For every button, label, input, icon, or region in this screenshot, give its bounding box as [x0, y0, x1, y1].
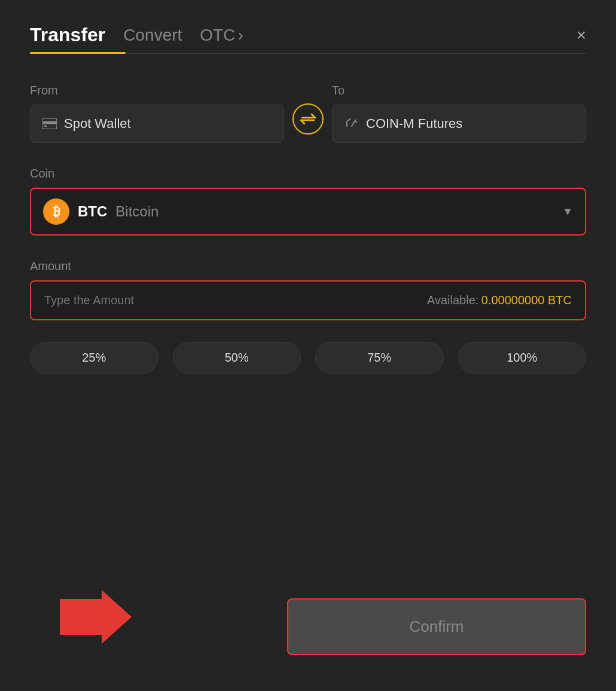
from-to-section: From Spot Wallet [30, 84, 586, 143]
from-wallet-name: Spot Wallet [64, 116, 131, 132]
to-block: To COIN-M Futures [332, 84, 586, 143]
bottom-section: Confirm [30, 586, 586, 655]
svg-marker-3 [60, 590, 132, 644]
to-label: To [332, 84, 586, 97]
amount-input[interactable] [44, 293, 164, 307]
svg-rect-1 [42, 121, 57, 124]
active-tab-indicator [30, 52, 126, 54]
percent-50-button[interactable]: 50% [173, 342, 301, 374]
amount-box[interactable]: Available: 0.00000000 BTC [30, 280, 586, 320]
coin-dropdown[interactable]: ₿ BTC Bitcoin ▼ [30, 188, 586, 236]
percent-75-button[interactable]: 75% [315, 342, 444, 374]
available-label: Available: [427, 293, 478, 307]
header-tabs: Transfer Convert OTC › × [30, 24, 586, 53]
coin-name: Bitcoin [115, 203, 158, 220]
amount-section: Amount Available: 0.00000000 BTC [30, 259, 586, 320]
coin-symbol: BTC [78, 203, 107, 220]
to-wallet-name: COIN-M Futures [366, 116, 462, 132]
svg-rect-2 [44, 126, 47, 127]
dropdown-arrow-icon: ▼ [562, 206, 573, 218]
coin-section: Coin ₿ BTC Bitcoin ▼ [30, 167, 586, 236]
coin-label: Coin [30, 167, 54, 180]
from-block: From Spot Wallet [30, 84, 284, 143]
percent-row: 25% 50% 75% 100% [30, 342, 586, 374]
futures-icon [344, 118, 359, 129]
to-wallet-selector[interactable]: COIN-M Futures [332, 105, 586, 143]
btc-icon: ₿ [43, 198, 69, 225]
tab-transfer[interactable]: Transfer [30, 24, 105, 53]
swap-button-wrap [284, 103, 332, 143]
from-label: From [30, 84, 284, 97]
from-wallet-selector[interactable]: Spot Wallet [30, 105, 284, 143]
percent-25-button[interactable]: 25% [30, 342, 158, 374]
close-button[interactable]: × [577, 27, 586, 51]
available-display: Available: 0.00000000 BTC [427, 293, 572, 307]
tab-divider [30, 53, 586, 54]
amount-label: Amount [30, 259, 71, 273]
tab-otc[interactable]: OTC › [200, 26, 243, 52]
tab-convert[interactable]: Convert [123, 26, 182, 52]
confirm-button[interactable]: Confirm [287, 598, 586, 655]
card-icon [42, 118, 57, 129]
percent-100-button[interactable]: 100% [458, 342, 587, 374]
transfer-modal: Transfer Convert OTC › × From Spot Walle [0, 0, 616, 691]
arrow-indicator [60, 587, 132, 649]
swap-button[interactable] [292, 103, 324, 134]
available-value: 0.00000000 BTC [481, 293, 572, 307]
